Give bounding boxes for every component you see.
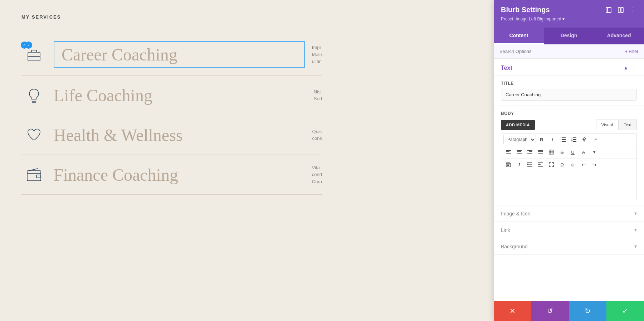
text-color-button[interactable]: A — [579, 147, 589, 157]
svg-rect-43 — [527, 162, 532, 163]
service-item-health[interactable]: Health & Wellness Quis cons — [21, 115, 322, 155]
tab-content[interactable]: Content — [494, 28, 544, 44]
edit-dot-tr[interactable]: ✓ — [25, 42, 32, 49]
tab-advanced[interactable]: Advanced — [594, 28, 644, 44]
svg-rect-25 — [517, 150, 522, 151]
italic-button[interactable]: I — [547, 135, 557, 144]
italic-b-button[interactable]: I — [514, 160, 524, 169]
text-section-more-icon[interactable]: ⋮ — [631, 64, 637, 71]
editor-toolbar: Paragraph B I 1.2.3. ❝ — [501, 133, 637, 200]
text-section-title: Text — [501, 65, 512, 71]
career-title-editable[interactable]: Career Coaching — [54, 41, 305, 68]
panel-search: + Filter — [494, 44, 644, 59]
career-title: Career Coaching — [62, 45, 177, 64]
visual-view-button[interactable]: Visual — [596, 120, 618, 130]
panel-preset[interactable]: Preset: Image Left Big imported ▾ — [501, 16, 565, 21]
panel-header: Blurb Settings ⋮ Preset: Image Left B — [494, 0, 644, 28]
filter-button[interactable]: + Filter — [625, 49, 638, 54]
svg-rect-6 — [606, 8, 611, 13]
fullscreen-button[interactable] — [546, 160, 556, 169]
panel-header-icons: ⋮ — [605, 6, 637, 14]
toolbar-row-2: S U A ▾ — [501, 146, 636, 159]
service-item-finance[interactable]: Finance Coaching Vita cond Cura — [21, 155, 322, 195]
svg-rect-33 — [538, 153, 543, 154]
reset-button[interactable]: ↺ — [531, 301, 569, 321]
ul-button[interactable] — [558, 135, 568, 144]
svg-rect-11 — [562, 137, 566, 138]
link-label: Link — [501, 227, 510, 233]
svg-marker-44 — [527, 164, 529, 165]
restore-button[interactable]: ↻ — [569, 301, 606, 321]
svg-rect-23 — [506, 151, 509, 152]
panel-title: Blurb Settings — [501, 6, 550, 14]
svg-rect-12 — [561, 139, 561, 140]
tab-design[interactable]: Design — [544, 28, 594, 44]
align-center-button[interactable] — [514, 147, 524, 157]
align-right-button[interactable] — [525, 147, 535, 157]
link-arrow: ▾ — [634, 227, 637, 233]
title-field-group: Title — [494, 76, 644, 106]
svg-rect-34 — [549, 150, 553, 154]
svg-rect-21 — [573, 141, 576, 142]
service-item-career[interactable]: ✓ ✓ Career Coaching Impr Male ullar — [21, 34, 322, 76]
svg-rect-50 — [538, 166, 543, 167]
svg-rect-5 — [36, 175, 40, 178]
search-input[interactable] — [499, 49, 625, 54]
health-icon-wrapper — [21, 122, 47, 147]
body-section: Body ADD MEDIA Visual Text Paragraph B I — [494, 106, 644, 205]
ol-button[interactable]: 1.2.3. — [569, 135, 579, 144]
underline-button[interactable]: U — [568, 147, 578, 157]
special-chars-button[interactable]: Ω — [557, 160, 567, 169]
title-field-input[interactable] — [501, 89, 637, 101]
paragraph-select[interactable]: Paragraph — [503, 135, 536, 144]
link-header[interactable]: Link ▾ — [501, 227, 637, 233]
undo-button[interactable]: ↩ — [579, 160, 589, 169]
table-button[interactable] — [546, 147, 556, 157]
more-options-icon[interactable]: ⋮ — [629, 6, 637, 14]
save-button[interactable]: ✓ — [606, 301, 644, 321]
career-icon-wrapper: ✓ ✓ — [21, 42, 47, 67]
svg-rect-4 — [27, 171, 41, 181]
background-arrow: ▾ — [634, 243, 637, 249]
finance-text: Vita cond Cura — [312, 164, 322, 185]
collapse-text-icon[interactable]: ▲ — [623, 65, 628, 71]
panel-header-top: Blurb Settings ⋮ — [501, 6, 637, 14]
emoji-button[interactable]: ☺ — [568, 160, 578, 169]
color-dropdown-icon[interactable]: ▾ — [589, 147, 599, 157]
text-section-header: Text ▲ ⋮ — [494, 59, 644, 76]
section-controls: ▲ ⋮ — [623, 64, 637, 71]
strikethrough-button[interactable]: S — [557, 147, 567, 157]
image-icon-section: Image & Icon ▾ — [494, 205, 644, 222]
bold-button[interactable]: B — [537, 135, 547, 144]
expand-icon[interactable] — [605, 6, 613, 14]
svg-rect-24 — [506, 153, 511, 154]
panel-footer: ✕ ↺ ↻ ✓ — [494, 301, 644, 321]
columns-icon[interactable] — [617, 6, 625, 14]
redo-button[interactable]: ↪ — [589, 160, 599, 169]
editor-content-area[interactable] — [501, 171, 636, 200]
indent-in-button[interactable] — [536, 160, 546, 169]
link-button[interactable] — [580, 135, 590, 144]
indent-out-button[interactable] — [525, 160, 535, 169]
health-text: Quis cons — [312, 128, 322, 142]
svg-rect-27 — [517, 153, 522, 154]
paste-as-text-button[interactable] — [503, 160, 513, 169]
align-justify-button[interactable] — [536, 147, 546, 157]
svg-rect-47 — [538, 162, 543, 163]
text-view-button[interactable]: Text — [618, 120, 637, 130]
add-media-button[interactable]: ADD MEDIA — [501, 120, 535, 130]
title-field-label: Title — [501, 81, 637, 86]
svg-rect-14 — [561, 141, 561, 142]
editor-toolbar-top: ADD MEDIA Visual Text — [501, 120, 637, 130]
service-item-life[interactable]: Life Coaching Nisl Sed — [21, 76, 322, 115]
finance-title: Finance Coaching — [54, 165, 305, 185]
align-left-button[interactable] — [503, 147, 513, 157]
svg-rect-10 — [561, 137, 561, 138]
body-field-label: Body — [501, 111, 637, 116]
cancel-button[interactable]: ✕ — [494, 301, 531, 321]
svg-rect-46 — [527, 166, 532, 167]
background-header[interactable]: Background ▾ — [501, 243, 637, 249]
blockquote-button[interactable]: ❝ — [590, 135, 600, 144]
svg-rect-15 — [562, 141, 566, 142]
image-icon-header[interactable]: Image & Icon ▾ — [501, 210, 637, 217]
